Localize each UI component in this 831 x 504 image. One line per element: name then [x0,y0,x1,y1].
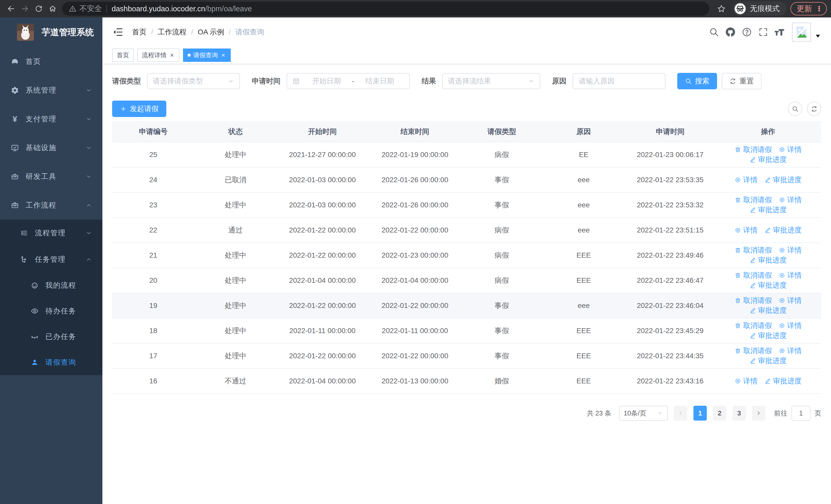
page-button-1[interactable]: 1 [693,406,707,421]
sidebar-item-首页[interactable]: 首页 [0,47,103,76]
sidebar-item-待办任务[interactable]: 待办任务 [0,298,103,324]
kebab-menu-icon[interactable] [815,5,823,12]
close-icon[interactable] [169,52,175,58]
user-menu-caret-icon[interactable] [814,33,821,39]
page-button-3[interactable]: 3 [733,406,746,421]
sidebar-item-支付管理[interactable]: ¥支付管理 [0,105,103,134]
sidebar-item-label: 我的流程 [46,280,92,290]
font-size-button[interactable]: TT [771,24,788,40]
cancel-leave-link[interactable]: 取消请假 [735,321,772,330]
goto-page-input[interactable] [792,406,810,421]
delete-icon [735,297,741,304]
cell-ops: 详情审批进度 [715,217,822,243]
next-page-button[interactable] [752,406,765,421]
col-start: 开始时间 [277,121,368,142]
browser-back-button[interactable] [4,2,18,16]
detail-leave-link[interactable]: 详情 [779,346,802,356]
leave-type-select[interactable]: 请选择请假类型 [147,73,240,89]
cell-status: 处理中 [195,343,277,368]
bookmark-star-button[interactable] [715,2,728,16]
table-row: 16不通过2022-01-04 00:00:002022-01-13 00:00… [112,368,821,394]
tab-流程详情[interactable]: 流程详情 [137,49,179,62]
progress-leave-link[interactable]: 审批进度 [749,255,787,265]
avatar[interactable] [792,23,811,41]
op-link-label: 取消请假 [743,321,772,330]
sidebar-item-任务管理[interactable]: 任务管理 [0,246,103,272]
progress-leave-link[interactable]: 审批进度 [749,155,787,165]
cell-start: 2022-01-11 00:00:00 [277,318,368,343]
apply-time-range-picker[interactable]: 开始日期 - 结束日期 [287,73,410,89]
browser-reload-button[interactable] [32,2,46,16]
chevron-up-icon [85,256,92,263]
progress-leave-link[interactable]: 审批进度 [764,376,802,386]
cell-status: 不通过 [195,368,277,394]
cancel-leave-link[interactable]: 取消请假 [735,346,772,356]
breadcrumb-home[interactable]: 首页 [132,27,147,37]
browser-forward-button[interactable] [18,2,32,16]
sidebar-item-基础设施[interactable]: 基础设施 [0,134,103,162]
progress-leave-link[interactable]: 审批进度 [764,175,802,185]
sidebar-collapse-icon[interactable] [112,26,123,38]
page-size-select[interactable]: 10条/页 [619,406,668,421]
cancel-leave-link[interactable]: 取消请假 [735,145,772,154]
browser-update-button[interactable]: 更新 [791,2,827,16]
reason-input[interactable] [574,74,664,88]
sidebar-item-请假查询[interactable]: 请假查询 [0,350,103,375]
cell-ops: 取消请假详情审批进度 [715,192,822,217]
sidebar-item-我的流程[interactable]: 我的流程 [0,272,103,298]
detail-leave-link[interactable]: 详情 [779,270,802,280]
detail-leave-link[interactable]: 详情 [779,296,802,305]
cell-start: 2022-01-22 00:00:00 [277,217,368,243]
tab-首页[interactable]: 首页 [112,49,134,62]
insecure-label: 不安全 [80,4,102,14]
toggle-search-button[interactable] [788,101,802,116]
help-doc-button[interactable] [739,24,755,40]
header-search-button[interactable] [706,24,722,40]
browser-toolbar: 不安全 dashboard.yudao.iocoder.cn/bpm/oa/le… [0,0,831,18]
create-leave-button[interactable]: 发起请假 [112,100,166,117]
sidebar-logo-row[interactable]: 芋道管理系统 [0,18,103,47]
sidebar-item-系统管理[interactable]: 系统管理 [0,76,103,105]
breadcrumb-workflow[interactable]: 工作流程 [158,27,187,37]
detail-leave-link[interactable]: 详情 [779,145,802,154]
op-link-label: 详情 [787,145,802,154]
cancel-leave-link[interactable]: 取消请假 [735,195,772,205]
view-icon [779,247,785,254]
close-icon[interactable] [221,52,226,58]
detail-leave-link[interactable]: 详情 [735,175,757,185]
page-button-2[interactable]: 2 [713,406,726,421]
edit-icon [749,257,756,264]
reset-button[interactable]: 重置 [722,73,762,89]
detail-leave-link[interactable]: 详情 [735,376,757,386]
progress-leave-link[interactable]: 审批进度 [749,306,787,316]
progress-leave-link[interactable]: 审批进度 [764,225,802,235]
progress-leave-link[interactable]: 审批进度 [749,356,787,366]
cancel-leave-link[interactable]: 取消请假 [735,245,772,255]
refresh-table-button[interactable] [807,101,821,116]
plus-icon [120,106,127,112]
progress-leave-link[interactable]: 审批进度 [749,280,787,290]
progress-leave-link[interactable]: 审批进度 [749,205,787,215]
search-button[interactable]: 搜索 [677,73,717,89]
github-link-button[interactable] [722,24,739,40]
address-bar[interactable]: 不安全 dashboard.yudao.iocoder.cn/bpm/oa/le… [62,2,709,16]
detail-leave-link[interactable]: 详情 [779,245,802,255]
tab-请假查询[interactable]: 请假查询 [183,49,231,62]
sidebar-item-研发工具[interactable]: 研发工具 [0,162,103,191]
cancel-leave-link[interactable]: 取消请假 [735,270,772,280]
cell-id: 19 [112,293,195,318]
fullscreen-button[interactable] [755,24,771,40]
sidebar-item-已办任务[interactable]: 已办任务 [0,324,103,350]
detail-leave-link[interactable]: 详情 [779,195,802,205]
progress-leave-link[interactable]: 审批进度 [749,331,787,340]
detail-leave-link[interactable]: 详情 [735,225,757,235]
sidebar-item-流程管理[interactable]: 流程管理 [0,220,103,246]
broken-image-icon [794,25,809,39]
browser-home-button[interactable] [46,2,60,16]
breadcrumb-oa-example[interactable]: OA 示例 [198,27,224,37]
cancel-leave-link[interactable]: 取消请假 [735,296,772,305]
detail-leave-link[interactable]: 详情 [779,321,802,330]
prev-page-button[interactable] [674,406,687,421]
sidebar-item-工作流程[interactable]: 工作流程 [0,191,103,220]
result-select[interactable]: 请选择流结果 [442,73,540,89]
